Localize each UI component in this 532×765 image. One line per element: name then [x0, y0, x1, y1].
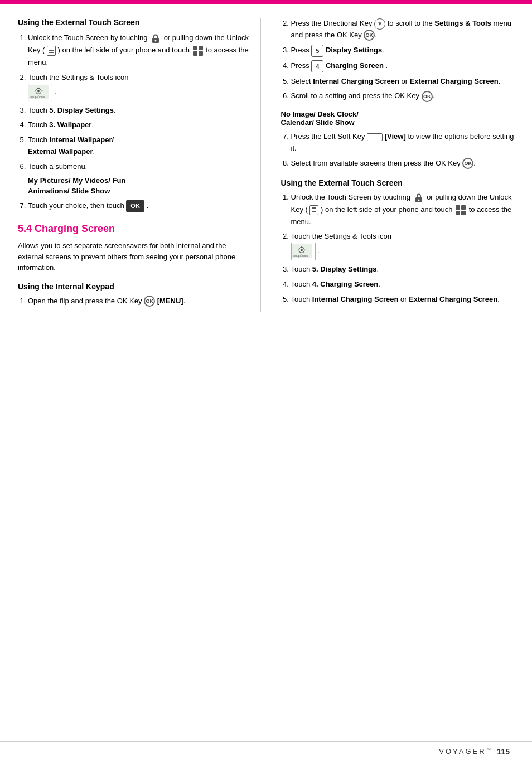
list-item: Select Internal Charging Screen or Exter…: [291, 76, 515, 88]
left-section1-title: Using the External Touch Screen: [18, 18, 252, 27]
right-external-title: Using the External Touch Screen: [281, 178, 515, 187]
settings-icon2: Setup&Tools: [291, 243, 316, 260]
ok-button-icon: OK: [126, 200, 144, 212]
step-bold: Settings & Tools: [434, 19, 491, 27]
lock-icon: [149, 32, 162, 45]
list-item: Touch the Settings & Tools icon Setup&To…: [28, 72, 252, 101]
directional-key-icon: ▼: [374, 18, 385, 30]
top-bar: [0, 0, 532, 4]
list-item: Press 5 Display Settings.: [291, 45, 515, 57]
list-item: Touch 5. Display Settings.: [28, 105, 252, 117]
lines-icon: [47, 46, 56, 56]
5-box-icon: 5: [311, 45, 323, 57]
grid-icon: [192, 45, 204, 57]
svg-text:Setup&Tools: Setup&Tools: [292, 255, 308, 258]
list-item: Scroll to a setting and press the OK Key…: [291, 90, 515, 102]
list-item: Touch 3. Wallpaper.: [28, 119, 252, 131]
step-bold: 3. Wallpaper: [49, 120, 91, 129]
4-box-icon: 4: [311, 60, 323, 72]
step-bold: Internal Charging Screen: [312, 295, 399, 303]
list-item: Unlock the Touch Screen by touching or p…: [28, 32, 252, 69]
step-bold: [MENU]: [157, 297, 183, 305]
list-item: Touch the Settings & Tools icon Setup&To…: [291, 231, 515, 260]
step-bold: 5. Display Settings: [49, 106, 114, 114]
internal-keypad-list: Open the flip and press the OK Key OK [M…: [18, 296, 252, 307]
step-bold: [View]: [385, 132, 406, 141]
left-section1-list: Unlock the Touch Screen by touching or p…: [18, 32, 252, 212]
svg-point-8: [37, 90, 40, 92]
svg-rect-4: [193, 51, 197, 56]
list-item: Select from available screens then press…: [291, 158, 515, 170]
step-bold: Display Settings: [326, 46, 382, 54]
submenu-title: My Pictures/ My Videos/ FunAnimations/ S…: [28, 175, 252, 197]
softkey-icon: [367, 133, 383, 141]
svg-point-18: [300, 249, 302, 251]
list-item: Press the Left Soft Key [View] to view t…: [291, 131, 515, 154]
list-item: Touch your choice, then touch OK .: [28, 200, 252, 212]
svg-text:Setup&Tools: Setup&Tools: [30, 96, 45, 99]
ok-circle-icon: OK: [422, 91, 433, 102]
internal-keypad-title: Using the Internal Keypad: [18, 282, 252, 291]
svg-point-11: [418, 199, 419, 201]
list-item: Touch Internal Charging Screen or Extern…: [291, 294, 515, 306]
step-bold: 5. Display Settings: [312, 265, 377, 273]
step-bold: Internal Charging Screen: [313, 77, 399, 85]
right-column: Press the Directional Key ▼ to scroll to…: [272, 18, 515, 312]
brand-name: VOYAGER™: [439, 747, 492, 756]
list-item: Touch a submenu. My Pictures/ My Videos/…: [28, 161, 252, 197]
svg-rect-14: [456, 211, 460, 215]
chapter-title: 5.4 Charging Screen: [18, 223, 252, 235]
svg-rect-12: [456, 205, 460, 210]
list-item: Press the Directional Key ▼ to scroll to…: [291, 18, 515, 41]
list-item: Touch 5. Display Settings.: [291, 264, 515, 275]
step-bold: External Charging Screen: [410, 77, 499, 85]
step-bold: 4. Charging Screen: [312, 280, 378, 288]
right-top-list: Press the Directional Key ▼ to scroll to…: [281, 18, 515, 102]
no-image-title: No Image/ Desk Clock/Calendar/ Slide Sho…: [281, 110, 515, 127]
step-bold: Internal Wallpaper/External Wallpaper: [28, 135, 114, 156]
left-column: Using the External Touch Screen Unlock t…: [18, 18, 261, 312]
chapter-body: Allows you to set separate screensavers …: [18, 240, 252, 273]
no-image-list: Press the Left Soft Key [View] to view t…: [281, 131, 515, 169]
step-bold: Charging Screen: [326, 61, 384, 70]
list-item: Press 4 Charging Screen .: [291, 60, 515, 72]
right-external-list: Unlock the Touch Screen by touching or p…: [281, 192, 515, 306]
footer: VOYAGER™ 115: [0, 741, 532, 756]
svg-rect-5: [199, 51, 203, 56]
svg-point-1: [155, 40, 157, 42]
page-number: 115: [497, 747, 510, 756]
list-item: Open the flip and press the OK Key OK [M…: [28, 296, 252, 307]
lines-icon2: [309, 205, 318, 215]
lock-icon: [413, 192, 425, 204]
svg-rect-3: [199, 46, 203, 50]
svg-rect-2: [193, 46, 197, 50]
svg-rect-13: [461, 205, 466, 210]
ok-circle-icon: OK: [462, 158, 473, 169]
step-bold: External Charging Screen: [409, 295, 497, 303]
settings-icon: Setup&Tools: [28, 84, 52, 101]
list-item: Touch Internal Wallpaper/External Wallpa…: [28, 134, 252, 158]
ok-circle-icon: OK: [364, 30, 375, 41]
ok-circle-icon: OK: [144, 296, 155, 307]
grid-icon2: [454, 204, 467, 216]
svg-rect-15: [461, 211, 466, 215]
list-item: Unlock the Touch Screen by touching or p…: [291, 192, 515, 228]
list-item: Touch 4. Charging Screen.: [291, 279, 515, 290]
